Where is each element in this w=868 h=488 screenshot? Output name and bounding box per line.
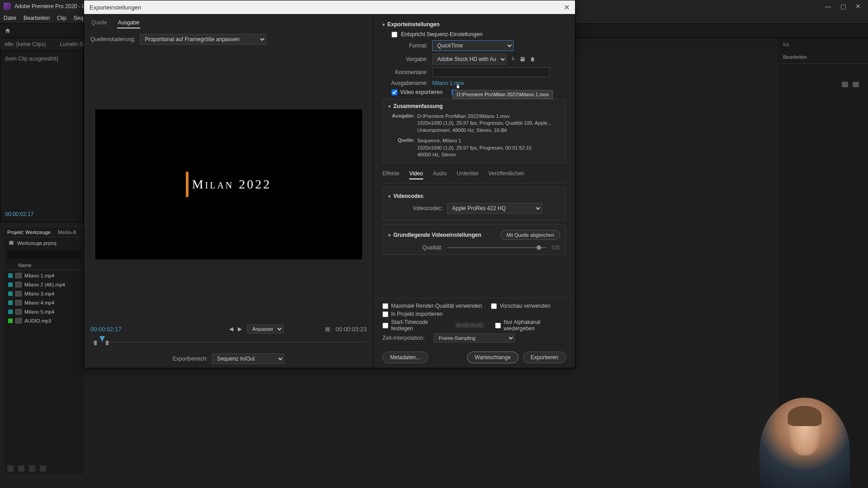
- clip-type-icon: [15, 291, 22, 296]
- save-preset-icon[interactable]: [509, 56, 516, 62]
- freeform-view-icon[interactable]: [29, 465, 35, 472]
- list-view-icon[interactable]: [7, 465, 14, 472]
- tab-effects[interactable]: Effekte: [382, 170, 399, 179]
- export-dialog: Exporteinstellungen ✕ Quelle Ausgabe Que…: [84, 0, 576, 368]
- codec-select[interactable]: Apple ProRes 422 HQ: [447, 203, 542, 214]
- maximize-button[interactable]: ▢: [840, 3, 846, 10]
- metadata-button[interactable]: Metadaten...: [382, 352, 428, 363]
- chevron-down-icon: ▾: [382, 22, 385, 27]
- dialog-close-button[interactable]: ✕: [564, 3, 570, 12]
- in-point-marker[interactable]: [94, 341, 97, 345]
- time-interpolation-label: Zeit-Interpolation:: [382, 335, 425, 341]
- list-item[interactable]: AUDIO.mp3: [5, 316, 84, 325]
- bottom-options: Maximale Render-Qualität verwenden Vorsc…: [373, 298, 575, 347]
- comments-input[interactable]: [432, 67, 550, 77]
- tab-video[interactable]: Video: [409, 170, 423, 179]
- playhead[interactable]: [99, 336, 105, 342]
- clip-name: Milano 5.mp4: [24, 309, 54, 314]
- start-timecode-input[interactable]: [454, 322, 486, 329]
- list-item[interactable]: Milano 1.mp4: [5, 271, 84, 280]
- source-timecode: 00:00:02:17: [5, 211, 33, 217]
- start-timecode-checkbox[interactable]: [382, 323, 388, 328]
- project-search[interactable]: [7, 251, 81, 259]
- folder-icon[interactable]: [842, 82, 848, 87]
- basic-settings-header[interactable]: ▾ Grundlegende Videoeinstellungen Mit Qu…: [388, 230, 560, 240]
- source-scaling-select[interactable]: Proportional auf Framegröße anpassen: [140, 34, 266, 45]
- step-back-icon[interactable]: ◀: [229, 326, 233, 332]
- export-video-checkbox[interactable]: [392, 89, 397, 95]
- preset-label: Vorgabe:: [382, 56, 428, 62]
- dialog-buttons: Metadaten... Warteschlange Exportieren: [373, 347, 575, 368]
- zoom-slider-icon[interactable]: [40, 465, 46, 472]
- clip-name: Milano 4.mp4: [24, 300, 54, 305]
- use-preview-checkbox[interactable]: [491, 303, 497, 309]
- summary-source-value: Sequence, Milano 1 868x488 (1,0), 29,9…: [417, 137, 560, 158]
- chevron-down-icon: ▾: [388, 233, 391, 238]
- queue-button[interactable]: Warteschlange: [467, 352, 519, 363]
- export-settings-header[interactable]: ▾ Exporteinstellungen: [382, 21, 566, 28]
- import-project-checkbox[interactable]: [382, 311, 388, 317]
- list-item[interactable]: Milano 3.mp4: [5, 289, 84, 298]
- project-name-row: Werkzeuge.prproj: [5, 237, 84, 249]
- right-panel-edit[interactable]: Bearbeiten: [778, 51, 868, 64]
- clip-name: Milano 3.mp4: [24, 291, 54, 296]
- color-swatch: [8, 310, 13, 314]
- preview-title-text: Milan 2022: [192, 177, 272, 192]
- list-item[interactable]: Milano 2 (4K).mp4: [5, 280, 84, 289]
- project-tab[interactable]: Projekt: Werkzeuge: [7, 230, 51, 235]
- zoom-fit-select[interactable]: Anpassen: [247, 324, 283, 333]
- menu-clip[interactable]: Clip: [57, 15, 66, 21]
- play-icon[interactable]: ▶: [238, 326, 242, 332]
- clip-type-icon: [15, 318, 22, 324]
- menu-file[interactable]: Datei: [4, 15, 16, 21]
- codec-section-header[interactable]: ▾ Videocodec: [388, 193, 560, 199]
- max-render-checkbox[interactable]: [382, 303, 388, 309]
- tab-publish[interactable]: Veröffentlichen: [488, 170, 524, 179]
- match-source-button[interactable]: Mit Quelle abgleichen: [500, 230, 560, 240]
- aspect-icon[interactable]: ▦: [325, 326, 330, 332]
- dialog-titlebar: Exporteinstellungen ✕: [84, 0, 575, 14]
- duration-timecode: 00:00:03:23: [335, 326, 367, 333]
- project-column-header[interactable]: Name: [5, 261, 84, 270]
- home-icon[interactable]: [5, 28, 11, 34]
- source-panel-tab[interactable]: elle: (keine Clips): [5, 41, 46, 47]
- tab-audio[interactable]: Audio: [433, 170, 447, 179]
- export-button[interactable]: Exportieren: [523, 352, 566, 363]
- list-item[interactable]: Milano 5.mp4: [5, 307, 84, 316]
- media-browser-tab[interactable]: Media-B: [58, 230, 76, 235]
- time-interpolation-select[interactable]: Frame-Sampling: [434, 333, 515, 343]
- cursor-pointer-icon: [455, 83, 461, 90]
- format-label: Format:: [382, 42, 428, 49]
- tab-captions[interactable]: Untertitel: [457, 170, 478, 179]
- summary-header[interactable]: ▾ Zusammenfassung: [388, 103, 560, 109]
- codec-label: Videocodec:: [388, 205, 443, 211]
- format-select[interactable]: QuickTime: [432, 40, 514, 51]
- project-filename: Werkzeuge.prproj: [17, 240, 57, 246]
- minimize-button[interactable]: —: [825, 3, 831, 10]
- import-preset-icon[interactable]: [519, 56, 526, 62]
- new-item-icon[interactable]: [853, 82, 859, 87]
- right-panel-tab[interactable]: ics: [778, 38, 868, 51]
- slider-thumb[interactable]: [537, 245, 541, 250]
- icon-view-icon[interactable]: [18, 465, 24, 472]
- project-icon: [8, 240, 14, 246]
- alpha-only-checkbox[interactable]: [495, 323, 501, 328]
- current-timecode[interactable]: 00:00:02:17: [90, 326, 122, 333]
- tab-source[interactable]: Quelle: [90, 18, 108, 28]
- output-name-label: Ausgabename:: [382, 80, 428, 86]
- clip-name: AUDIO.mp3: [24, 318, 51, 324]
- clip-type-icon: [15, 273, 22, 278]
- menu-edit[interactable]: Bearbeiten: [24, 15, 50, 21]
- scrubber[interactable]: [90, 336, 367, 345]
- export-range-select[interactable]: Sequenz In/Out: [212, 353, 284, 364]
- out-point-marker[interactable]: [106, 341, 108, 345]
- list-item[interactable]: Milano 4.mp4: [5, 298, 84, 307]
- quality-slider[interactable]: [447, 247, 547, 248]
- close-app-button[interactable]: ✕: [855, 3, 861, 10]
- quality-label: Qualität:: [388, 244, 443, 251]
- tab-output[interactable]: Ausgabe: [117, 18, 140, 28]
- app-icon: [4, 3, 11, 10]
- delete-preset-icon[interactable]: [529, 56, 536, 62]
- preset-select[interactable]: Adobe Stock HD with Audio (A...: [432, 54, 507, 65]
- match-sequence-checkbox[interactable]: [392, 32, 397, 38]
